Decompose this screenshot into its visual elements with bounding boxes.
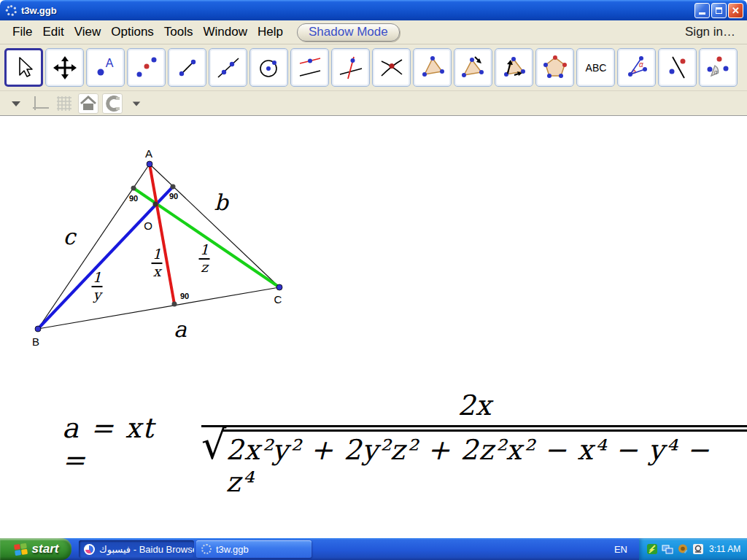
tool-rotate-around-point[interactable]: α — [699, 48, 738, 87]
menu-window[interactable]: Window — [198, 25, 252, 39]
minimize-button[interactable] — [694, 3, 710, 18]
rotate-angle-icon: α — [705, 55, 732, 81]
svg-text:α: α — [639, 61, 643, 69]
svg-text:ABC: ABC — [585, 62, 606, 74]
magnet-icon — [104, 96, 121, 112]
stylebar-expand-button[interactable] — [6, 93, 26, 114]
tool-polygon[interactable] — [413, 48, 452, 87]
tool-vector-polygon[interactable] — [495, 48, 533, 87]
tool-line[interactable] — [209, 48, 247, 87]
geogebra-icon — [201, 544, 212, 554]
modem-icon[interactable] — [692, 543, 704, 555]
menu-edit[interactable]: Edit — [37, 25, 69, 39]
svg-text:α: α — [713, 69, 718, 76]
tool-move-pointer[interactable] — [4, 48, 43, 87]
default-view-button[interactable] — [78, 93, 98, 114]
tool-circle[interactable] — [249, 48, 288, 87]
fraction-denominator: z — [199, 260, 210, 275]
menu-bar: File Edit View Options Tools Window Help… — [0, 20, 747, 44]
point-capturing-caret-button[interactable] — [126, 93, 147, 114]
pointer-icon — [11, 55, 37, 81]
tool-angle[interactable]: α — [617, 48, 656, 87]
window-controls: ✕ — [694, 3, 743, 18]
task-label: t3w.ggb — [216, 544, 249, 555]
circle-icon — [256, 55, 282, 81]
baidu-browser-icon — [84, 544, 95, 555]
perpendicular-line-icon — [338, 55, 364, 81]
menu-tools[interactable]: Tools — [159, 25, 198, 39]
label-vertex-B: B — [32, 335, 39, 348]
fraction-numerator: 1 — [92, 271, 103, 285]
tool-segment[interactable] — [168, 48, 206, 87]
volume-icon[interactable] — [677, 543, 689, 555]
menu-view[interactable]: View — [69, 25, 107, 39]
tool-reflect-about-line[interactable] — [658, 48, 697, 87]
vertex-point-B[interactable] — [35, 326, 41, 332]
label-side-a: a — [174, 316, 187, 342]
start-button[interactable]: start — [0, 538, 71, 560]
window-title: t3w.ggb — [21, 5, 694, 16]
menu-help[interactable]: Help — [252, 25, 288, 39]
rigid-polygon-icon — [460, 55, 487, 81]
formula: a = xt = 2x √ 2x²y² + 2y²z² + 2z²x² − x⁴… — [62, 389, 747, 498]
tool-pan-view[interactable] — [45, 48, 84, 87]
label-altitude-1-over-x: 1 x — [152, 247, 163, 279]
right-angle-label-AC: 90 — [169, 192, 178, 201]
menu-options[interactable]: Options — [106, 25, 159, 39]
label-altitude-1-over-z: 1 z — [199, 243, 210, 275]
vertex-point-C[interactable] — [276, 284, 282, 290]
label-side-b: b — [214, 190, 228, 215]
sign-in-button[interactable]: Sign in… — [685, 25, 735, 39]
line-icon — [215, 55, 241, 81]
restore-button[interactable] — [711, 3, 727, 18]
radical-sign: √ — [201, 428, 226, 463]
tool-regular-polygon[interactable] — [535, 48, 574, 87]
points-icon — [133, 55, 160, 81]
task-button-baidu-browser[interactable]: فيسبوك - Baidu Browser — [79, 540, 194, 558]
fraction-denominator: x — [152, 265, 163, 279]
tool-insert-text[interactable]: ABC — [576, 48, 615, 87]
point-with-label-icon: A — [93, 55, 119, 81]
tool-point-tools[interactable] — [127, 48, 166, 87]
menu-file[interactable]: File — [7, 25, 37, 39]
segment-icon — [174, 55, 201, 81]
formula-lhs: a = xt = — [62, 412, 188, 476]
altitude-foot-on-BC[interactable] — [172, 302, 177, 307]
close-button[interactable]: ✕ — [728, 3, 743, 18]
graphics-view[interactable]: A B C O 90 90 90 c b a 1 x 1 y 1 z a = x… — [0, 117, 747, 538]
orthocenter-point[interactable] — [153, 202, 158, 207]
tool-parallel-line[interactable] — [290, 48, 329, 87]
language-indicator[interactable]: EN — [603, 544, 639, 555]
tool-intersect[interactable] — [372, 48, 411, 87]
toggle-axes-button[interactable] — [30, 93, 50, 114]
tool-new-point[interactable]: A — [86, 48, 125, 87]
regular-polygon-icon — [542, 55, 568, 81]
style-bar — [0, 91, 747, 116]
taskbar: start فيسبوك - Baidu Browser t3w.ggb EN — [0, 538, 747, 560]
fraction-numerator: 1 — [152, 247, 163, 262]
vertex-point-A[interactable] — [147, 161, 152, 167]
task-button-t3w-ggb[interactable]: t3w.ggb — [196, 540, 311, 558]
network-icon[interactable] — [662, 543, 673, 555]
shadow-mode-label: Shadow Mode — [309, 25, 388, 39]
formula-fraction: 2x √ 2x²y² + 2y²z² + 2z²x² − x⁴ − y⁴ − z… — [201, 389, 747, 498]
formula-denominator: √ 2x²y² + 2y²z² + 2z²x² − x⁴ − y⁴ − z⁴ — [201, 429, 747, 498]
altitude-from-A[interactable] — [150, 164, 174, 304]
minimize-icon — [699, 12, 705, 15]
right-angle-label-AB: 90 — [129, 194, 138, 203]
shadow-mode-button[interactable]: Shadow Mode — [297, 23, 400, 42]
formula-radicand: 2x²y² + 2y²z² + 2z²x² − x⁴ − y⁴ − z⁴ — [222, 429, 747, 498]
point-capturing-button[interactable] — [102, 93, 123, 114]
altitude-foot-on-AB[interactable] — [131, 186, 136, 191]
altitude-foot-on-AC[interactable] — [171, 184, 176, 190]
clock: 3:11 AM — [709, 544, 740, 554]
close-icon: ✕ — [732, 5, 740, 16]
tool-perpendicular-line[interactable] — [331, 48, 370, 87]
fraction-numerator: 1 — [199, 243, 210, 257]
toggle-grid-button[interactable] — [54, 93, 74, 114]
download-manager-icon[interactable] — [646, 543, 658, 555]
title-bar[interactable]: t3w.ggb ✕ — [0, 0, 747, 20]
tool-rigid-polygon[interactable] — [454, 48, 492, 87]
start-label: start — [32, 542, 59, 556]
label-orthocenter-O: O — [144, 219, 152, 232]
